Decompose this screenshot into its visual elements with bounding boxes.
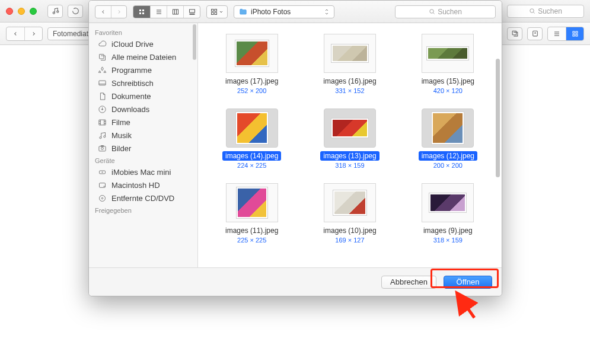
sidebar-item[interactable]: Filme [89, 116, 197, 129]
svg-point-27 [101, 147, 103, 149]
list-view-button[interactable] [150, 6, 167, 18]
file-thumbnail [324, 108, 376, 148]
forward-button[interactable] [111, 6, 126, 18]
bg-button-eject[interactable] [527, 27, 543, 40]
sidebar-item-label: Alle meine Dateien [111, 53, 176, 62]
sidebar-item[interactable]: iCloud Drive [89, 37, 197, 50]
file-name-label: images (11).jpeg [222, 226, 281, 235]
dialog-footer: Abbrechen Öffnen [89, 267, 502, 296]
file-name-label: images (17).jpeg [222, 76, 281, 86]
file-thumbnail [422, 34, 474, 73]
file-item[interactable]: images (12).jpeg200 × 200 [405, 108, 491, 169]
sidebar-item[interactable]: Schreibtisch [89, 76, 197, 90]
arrange-button[interactable] [206, 5, 228, 18]
back-button[interactable] [95, 6, 111, 18]
cd-icon [97, 193, 107, 203]
sidebar-item-label: Filme [111, 118, 130, 127]
coverflow-view-button[interactable] [183, 6, 200, 18]
svg-point-19 [430, 9, 433, 13]
open-file-dialog: iPhoto Fotos Suchen FavoriteniCloud Driv… [88, 0, 502, 296]
cancel-button[interactable]: Abbrechen [381, 276, 436, 289]
bg-search-field[interactable]: Suchen [507, 5, 584, 18]
sidebar-item[interactable]: Dokumente [89, 90, 197, 103]
file-item[interactable]: images (17).jpeg252 × 200 [209, 34, 295, 94]
music-icon [97, 130, 107, 140]
sidebar-item[interactable]: Macintosh HD [89, 178, 197, 191]
traffic-lights [6, 8, 37, 15]
path-popup[interactable]: iPhoto Fotos [234, 5, 334, 18]
content-scrollbar[interactable] [496, 59, 500, 177]
cloud-icon [97, 39, 107, 49]
arrange-icon [211, 8, 218, 15]
maximize-window-icon[interactable] [30, 8, 37, 15]
svg-point-30 [101, 171, 102, 172]
svg-rect-15 [212, 9, 214, 11]
svg-rect-14 [189, 9, 194, 12]
file-thumbnail [226, 34, 278, 73]
sidebar-item[interactable]: Musik [89, 129, 197, 142]
bg-button-music[interactable] [47, 5, 63, 18]
sidebar-section-title: Freigegeben [89, 205, 197, 215]
file-item[interactable]: images (11).jpeg225 × 225 [209, 183, 295, 244]
bg-button-share[interactable] [507, 27, 522, 40]
dialog-search-field[interactable]: Suchen [395, 5, 496, 18]
bg-list-view-button[interactable] [548, 27, 566, 40]
svg-rect-8 [576, 34, 578, 36]
sidebar: FavoriteniCloud DriveAlle meine DateienP… [89, 23, 198, 267]
close-window-icon[interactable] [6, 8, 13, 15]
sidebar-item[interactable]: Programme [89, 63, 197, 76]
file-item[interactable]: images (9).jpeg318 × 159 [405, 183, 491, 244]
file-thumbnail [226, 183, 278, 222]
sidebar-item-label: Schreibtisch [111, 79, 154, 88]
documents-icon [97, 91, 107, 101]
file-name-label: images (16).jpeg [320, 76, 379, 86]
sidebar-item[interactable]: iMobies Mac mini [89, 165, 197, 178]
sidebar-item-label: iMobies Mac mini [111, 168, 171, 177]
downloads-icon [97, 104, 107, 114]
file-item[interactable]: images (13).jpeg318 × 159 [307, 108, 393, 169]
file-item[interactable]: images (14).jpeg224 × 225 [209, 108, 295, 169]
bg-search-placeholder: Suchen [538, 7, 562, 15]
file-item[interactable]: images (15).jpeg420 × 120 [405, 34, 491, 94]
sidebar-item[interactable]: Bilder [89, 142, 197, 155]
svg-rect-16 [215, 9, 217, 11]
file-dimensions-label: 252 × 200 [237, 87, 266, 94]
bg-grid-view-button[interactable] [566, 27, 583, 40]
file-thumbnail [226, 108, 278, 148]
svg-point-24 [99, 136, 101, 138]
bg-forward-button[interactable] [24, 27, 42, 40]
open-button-label: Öffnen [457, 277, 480, 286]
svg-rect-13 [173, 9, 178, 14]
svg-rect-5 [573, 31, 575, 33]
file-item[interactable]: images (16).jpeg331 × 152 [307, 34, 393, 94]
open-button[interactable]: Öffnen [444, 276, 492, 289]
minimize-window-icon[interactable] [18, 8, 25, 15]
sidebar-scrollbar[interactable] [193, 24, 196, 60]
sidebar-item-label: Programme [111, 66, 152, 75]
file-dimensions-label: 331 × 152 [335, 87, 364, 94]
folder-icon [239, 8, 247, 16]
dialog-toolbar: iPhoto Fotos Suchen [89, 1, 502, 23]
sidebar-section-title: Geräte [89, 155, 197, 165]
file-name-label: images (10).jpeg [320, 226, 379, 235]
svg-rect-9 [139, 9, 141, 11]
svg-point-32 [104, 186, 104, 186]
sidebar-item[interactable]: Entfernte CD/DVD [89, 191, 197, 205]
sidebar-item-label: Macintosh HD [111, 181, 160, 190]
hdd-icon [97, 180, 107, 190]
file-content-area: images (17).jpeg252 × 200images (16).jpe… [198, 23, 502, 267]
file-item[interactable]: images (10).jpeg169 × 127 [307, 183, 393, 244]
sidebar-section-title: Favoriten [89, 27, 197, 37]
column-view-button[interactable] [167, 6, 183, 18]
icon-view-button[interactable] [133, 6, 150, 18]
svg-point-2 [530, 9, 534, 12]
sidebar-item[interactable]: Downloads [89, 103, 197, 116]
path-chevrons-icon [324, 8, 329, 15]
mac-icon [97, 167, 107, 177]
sidebar-item[interactable]: Alle meine Dateien [89, 50, 197, 63]
bg-button-refresh[interactable] [68, 5, 83, 18]
file-name-label: images (12).jpeg [419, 151, 477, 161]
file-dimensions-label: 318 × 159 [335, 162, 364, 169]
path-folder-name: iPhoto Fotos [251, 8, 291, 16]
bg-back-button[interactable] [7, 27, 24, 40]
